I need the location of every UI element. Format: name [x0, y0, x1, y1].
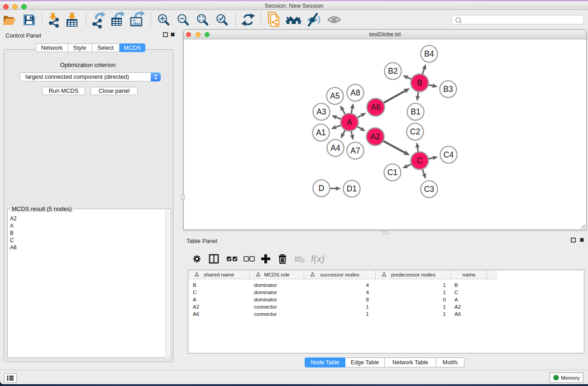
svg-text:C4: C4: [444, 150, 454, 159]
svg-text:A: A: [347, 118, 352, 127]
svg-text:D: D: [319, 184, 325, 193]
svg-text:B: B: [417, 78, 422, 87]
svg-text:A3: A3: [316, 107, 326, 116]
svg-text:B3: B3: [443, 85, 453, 94]
svg-text:A7: A7: [350, 146, 360, 155]
svg-text:A8: A8: [350, 88, 360, 97]
svg-text:C2: C2: [410, 127, 420, 136]
svg-text:C3: C3: [424, 185, 434, 194]
svg-text:C1: C1: [387, 168, 397, 177]
svg-text:B4: B4: [424, 49, 434, 58]
svg-text:A4: A4: [330, 143, 340, 152]
svg-text:B1: B1: [411, 107, 420, 116]
svg-text:A6: A6: [371, 103, 380, 112]
svg-text:A5: A5: [330, 91, 339, 100]
svg-text:B2: B2: [388, 67, 397, 76]
svg-text:D1: D1: [347, 184, 357, 193]
svg-text:C: C: [417, 156, 423, 165]
svg-text:A2: A2: [370, 132, 380, 141]
svg-text:A1: A1: [316, 128, 325, 137]
svg-text:f(x): f(x): [311, 253, 325, 264]
